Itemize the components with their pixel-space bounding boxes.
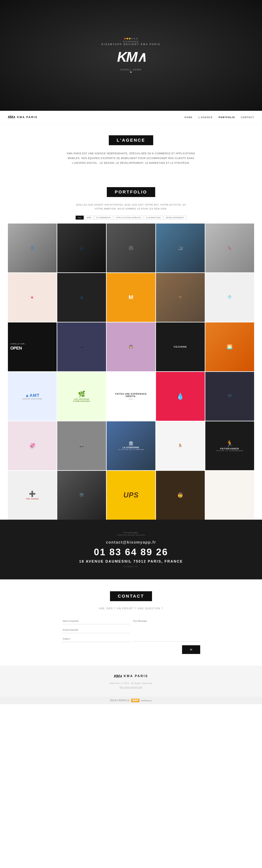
grid-item-11[interactable]: Camille sur... OPEN <box>8 322 57 371</box>
grid-item-3[interactable]: 👔 <box>107 223 155 272</box>
agence-section: L'AGENCE KMA PARIS EST UNE AGENCE INDÉPE… <box>0 123 262 177</box>
grid-item-14[interactable]: CEZANNE <box>156 322 205 371</box>
scroll-arrow-icon <box>130 72 132 73</box>
dot-2 <box>126 38 128 39</box>
navbar: KM∧ KMA PARIS HOME L'AGENCE PORTFOLIO CO… <box>0 111 262 123</box>
svg-text:KM∧: KM∧ <box>114 674 122 678</box>
nav-kma-icon: KM∧ <box>8 115 15 119</box>
hero-content: kissmyapp KISSMYAPP DEVIENT KMA PARIS KM… <box>102 38 160 73</box>
dark-link[interactable]: CLIQUEZ ICI <box>8 565 254 567</box>
name-input[interactable] <box>62 618 130 624</box>
grid-item-16[interactable]: ▲AMT Groupe Solutions <box>8 372 57 421</box>
dark-email[interactable]: CONTACT@KISSMYAPP.FR <box>8 540 254 545</box>
dot-1 <box>124 38 126 39</box>
grid-item-25[interactable]: 🏃 PATHRUNNER FASTER TO SOMEWHERE <box>205 421 254 470</box>
hero-section: kissmyapp KISSMYAPP DEVIENT KMA PARIS KM… <box>0 0 262 111</box>
footer: KM∧ KMA PARIS KMA Paris © 2013 - All Rig… <box>0 666 262 697</box>
submit-icon: ✉ <box>190 648 192 651</box>
portfolio-subtitle: QUELLES QUE SOIENT VOS ATTENTES, QUEL QU… <box>72 203 190 211</box>
footer-kma-icon: KM∧ <box>114 674 122 678</box>
grid-item-28[interactable]: UPS <box>107 471 155 520</box>
footer-logo-text: KMA PARIS <box>124 674 148 678</box>
email-input[interactable] <box>62 627 130 633</box>
dark-phone: 01 83 64 89 26 <box>8 547 254 557</box>
nav-link-home[interactable]: HOME <box>184 116 192 119</box>
dark-brand-sub: KISSMYAPP DEVIENT KMA PARIS <box>8 534 254 536</box>
watermark-logo: 黄蜂网 <box>131 699 139 702</box>
nav-item-agence[interactable]: L'AGENCE <box>198 115 213 119</box>
grid-item-20[interactable]: 🌃 <box>205 372 254 421</box>
message-textarea[interactable] <box>132 618 200 642</box>
grid-item-21[interactable]: 🦑 <box>8 421 57 470</box>
grid-item-22[interactable]: 📸 <box>57 421 106 470</box>
grid-item-19[interactable]: 💧 <box>156 372 205 421</box>
grid-item-10[interactable]: 👕 <box>205 273 254 322</box>
contact-question: UNE IDÉE ? UN PROJET ? UNE QUESTION ? <box>16 607 246 610</box>
hero-subtitle: KISSMYAPP DEVIENT KMA PARIS <box>102 43 160 46</box>
agence-title: L'AGENCE <box>109 135 153 145</box>
grid-item-15[interactable]: 🌅 <box>205 322 254 371</box>
filter-emarketing[interactable]: E-MARKETING <box>144 216 163 220</box>
nav-links: HOME L'AGENCE PORTFOLIO CONTACT <box>184 115 254 119</box>
subject-input[interactable] <box>62 636 130 642</box>
watermark-text: 更多设计资源请点击 <box>110 699 129 702</box>
watermark-site: woofeng.cn <box>141 699 152 702</box>
grid-item-17[interactable]: 🌿 Les Artisans Dambagnogno <box>57 372 106 421</box>
grid-item-2[interactable]: 👗 <box>57 223 106 272</box>
nav-logo: KM∧ KMA PARIS <box>8 115 38 119</box>
grid-item-27[interactable]: 🏙️ <box>57 471 106 520</box>
form-submit-row: ✉ <box>62 645 200 654</box>
grid-item-24[interactable]: 🪑 <box>156 421 205 470</box>
svg-text:KM∧: KM∧ <box>117 49 146 65</box>
footer-copyright: KMA Paris © 2013 - All Rights Reserved <box>8 682 254 684</box>
grid-item-4[interactable]: 🏂 <box>156 223 205 272</box>
watermark-strip: 更多设计资源请点击 黄蜂网 woofeng.cn <box>0 697 262 704</box>
footer-logo: KM∧ KMA PARIS <box>8 674 254 678</box>
grid-item-6[interactable]: 🍬 <box>8 273 57 322</box>
nav-link-portfolio[interactable]: PORTFOLIO <box>219 116 235 119</box>
nav-item-home[interactable]: HOME <box>184 115 192 119</box>
kma-hero-icon: KM∧ <box>115 49 147 65</box>
dot-6 <box>136 38 138 39</box>
filter-ecommerce[interactable]: E-COMMERCE <box>95 216 113 220</box>
submit-button[interactable]: ✉ <box>182 645 200 654</box>
grid-item-12[interactable]: 📱 <box>57 322 106 371</box>
nav-item-portfolio[interactable]: PORTFOLIO <box>219 115 235 119</box>
contact-title: CONTACT <box>110 591 152 601</box>
agence-body: KMA PARIS EST UNE AGENCE INDÉPENDANTE, S… <box>62 151 200 165</box>
grid-item-26[interactable]: ➕ THE CHOICE <box>8 471 57 520</box>
hero-brand: kissmyapp <box>102 40 160 42</box>
dot-5 <box>134 38 135 39</box>
portfolio-section: PORTFOLIO QUELLES QUE SOIENT VOS ATTENTE… <box>0 177 262 520</box>
filter-web[interactable]: WEB <box>84 216 93 220</box>
footer-link[interactable]: Voir notre ancien site <box>120 686 142 688</box>
nav-link-agence[interactable]: L'AGENCE <box>198 116 213 119</box>
grid-item-30[interactable] <box>205 471 254 520</box>
filter-all[interactable]: ALL <box>76 216 84 220</box>
nav-link-contact[interactable]: CONTACT <box>241 116 254 119</box>
grid-item-29[interactable]: 🤠 <box>156 471 205 520</box>
filter-bar: ALL WEB E-COMMERCE APPLICATIONS MOBILES … <box>8 216 254 220</box>
filter-dev[interactable]: DÉVELOPPEMENT <box>164 216 186 220</box>
grid-item-7[interactable]: 👗 <box>57 273 106 322</box>
contact-form: ✉ <box>62 618 200 654</box>
hero-dots <box>102 38 160 39</box>
dark-info-section: kissmyapp KISSMYAPP DEVIENT KMA PARIS CO… <box>0 520 262 579</box>
grid-item-5[interactable]: 👠 <box>205 223 254 272</box>
dark-brand: kissmyapp <box>8 531 254 534</box>
nav-item-contact[interactable]: CONTACT <box>241 115 254 119</box>
dot-3 <box>129 38 130 39</box>
grid-item-18[interactable]: Faites une expérienceinédite. ●●●● <box>107 372 155 421</box>
hero-logo: KM∧ <box>102 49 160 65</box>
grid-item-9[interactable]: 📦 <box>156 273 205 322</box>
grid-item-13[interactable]: 👩 <box>107 322 155 371</box>
filter-apps[interactable]: APPLICATIONS MOBILES <box>114 216 143 220</box>
grid-item-23[interactable]: 🏛️ La Sorbonne la lettre de la semaine <box>107 421 155 470</box>
grid-item-1[interactable]: 👤 <box>8 223 57 272</box>
svg-text:KM∧: KM∧ <box>8 115 15 119</box>
scroll-label: SCROLL DOWN <box>102 69 160 71</box>
grid-item-8[interactable]: M <box>107 273 155 322</box>
dark-address: 18 AVENUE DAUMESNIL 75012 PARIS, FRANCE <box>8 559 254 564</box>
contact-section: CONTACT UNE IDÉE ? UN PROJET ? UNE QUEST… <box>0 579 262 666</box>
portfolio-grid: 👤 👗 👔 🏂 👠 🍬 👗 M 📦 👕 Camille sur... OPEN … <box>8 223 254 520</box>
